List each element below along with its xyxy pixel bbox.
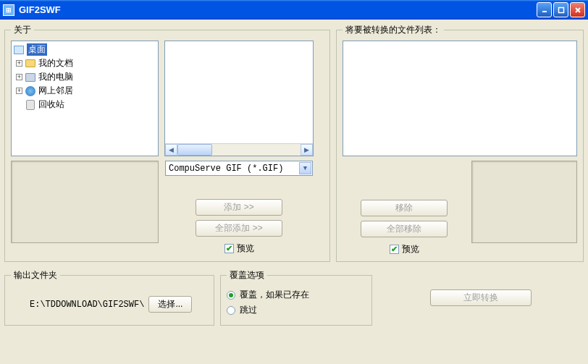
- right-group: 将要被转换的文件列表： 移除 全部移除 ✔ 预览: [336, 24, 584, 262]
- preview-right-label: 预览: [402, 243, 419, 255]
- skip-radio-row[interactable]: 跳过: [227, 304, 366, 316]
- expand-icon[interactable]: +: [16, 60, 22, 67]
- app-icon: ⊞: [3, 4, 14, 16]
- scroll-thumb[interactable]: [177, 144, 212, 156]
- overwrite-radio-row[interactable]: 覆盖，如果已存在: [227, 289, 366, 301]
- target-preview: [471, 161, 577, 243]
- radio-overwrite[interactable]: [227, 291, 235, 300]
- output-path: E:\TDDOWNLOAD\GIF2SWF\: [30, 300, 144, 310]
- tree-label: 桌面: [27, 43, 47, 56]
- chevron-down-icon[interactable]: ▼: [299, 162, 311, 174]
- skip-label: 跳过: [240, 304, 257, 316]
- maximize-button[interactable]: [553, 2, 568, 17]
- convert-file-list[interactable]: [343, 41, 577, 156]
- tree-label: 网上邻居: [38, 85, 73, 97]
- left-group: 关于 桌面 + 我的文档 + 我的电脑: [4, 24, 330, 262]
- network-icon: [25, 85, 36, 97]
- svg-rect-1: [558, 7, 563, 12]
- add-all-button[interactable]: 全部添加 >>: [196, 220, 282, 237]
- tree-item[interactable]: 回收站: [16, 98, 156, 111]
- scroll-left-button[interactable]: ◀: [165, 144, 177, 156]
- tree-item[interactable]: + 我的电脑: [16, 70, 156, 84]
- folder-icon: [25, 58, 36, 69]
- expand-icon[interactable]: +: [16, 74, 22, 80]
- minimize-button[interactable]: [537, 2, 552, 17]
- convert-button[interactable]: 立即转换: [430, 289, 532, 306]
- preview-right-checkbox[interactable]: ✔: [390, 245, 399, 254]
- folder-tree[interactable]: 桌面 + 我的文档 + 我的电脑 + 网上邻居: [11, 41, 159, 156]
- horizontal-scrollbar[interactable]: ◀ ▶: [165, 143, 313, 156]
- overwrite-label: 覆盖，如果已存在: [240, 289, 309, 301]
- close-button[interactable]: [570, 2, 585, 17]
- recycle-bin-icon: [25, 99, 36, 111]
- browse-button[interactable]: 选择...: [148, 296, 192, 313]
- computer-icon: [25, 72, 36, 83]
- window-title: GIF2SWF: [19, 4, 537, 15]
- scroll-right-button[interactable]: ▶: [301, 144, 313, 156]
- preview-left-label: 预览: [237, 242, 254, 255]
- desktop-icon: [13, 44, 25, 56]
- expand-icon[interactable]: +: [16, 88, 22, 94]
- radio-skip[interactable]: [227, 306, 235, 315]
- overwrite-group: 覆盖选项 覆盖，如果已存在 跳过: [220, 269, 372, 326]
- tree-label: 我的文档: [38, 57, 73, 69]
- remove-all-button[interactable]: 全部移除: [361, 221, 448, 237]
- tree-label: 我的电脑: [38, 71, 73, 83]
- file-filter-combo[interactable]: CompuServe GIF (*.GIF) ▼: [165, 161, 313, 176]
- titlebar: ⊞ GIF2SWF: [0, 0, 588, 20]
- output-legend: 输出文件夹: [11, 269, 60, 282]
- add-button[interactable]: 添加 >>: [196, 199, 282, 216]
- overwrite-legend: 覆盖选项: [227, 269, 267, 282]
- file-list[interactable]: ◀ ▶: [164, 41, 314, 156]
- tree-item[interactable]: 桌面: [13, 43, 156, 56]
- tree-item[interactable]: + 我的文档: [16, 56, 156, 70]
- tree-item[interactable]: + 网上邻居: [16, 84, 156, 98]
- source-preview: [11, 161, 159, 243]
- right-legend: 将要被转换的文件列表：: [343, 24, 444, 36]
- output-folder-group: 输出文件夹 E:\TDDOWNLOAD\GIF2SWF\ 选择...: [4, 269, 214, 326]
- remove-button[interactable]: 移除: [361, 200, 448, 216]
- preview-left-checkbox[interactable]: ✔: [224, 244, 234, 253]
- left-legend: 关于: [11, 24, 34, 36]
- tree-label: 回收站: [38, 98, 64, 111]
- combo-value: CompuServe GIF (*.GIF): [169, 164, 283, 174]
